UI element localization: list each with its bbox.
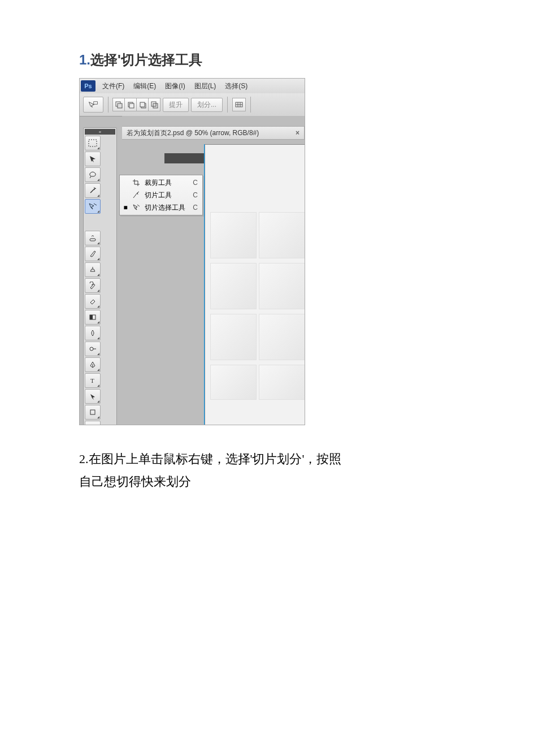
svg-rect-6 xyxy=(140,102,145,107)
separator xyxy=(108,97,108,113)
flyout-shortcut: C xyxy=(190,204,198,211)
svg-line-14 xyxy=(90,188,95,193)
step1-number: 1. xyxy=(79,52,90,67)
blur-tool-icon[interactable] xyxy=(85,326,101,340)
step2-line2: 自己想切得快来划分 xyxy=(79,474,191,489)
slice-tool-flyout: 裁剪工具 C 切片工具 C ■ 切片选择工具 C xyxy=(119,175,203,215)
flyout-marker: ■ xyxy=(123,204,128,211)
step1-heading: 1.选择'切片选择工具 xyxy=(79,51,461,69)
send-back-icon[interactable] xyxy=(148,98,160,111)
magic-wand-tool-icon[interactable] xyxy=(85,183,101,198)
canvas-thumbnail xyxy=(259,263,305,309)
workspace: 若为策划首页2.psd @ 50% (arrow, RGB/8#) × xyxy=(122,116,305,425)
lasso-tool-icon[interactable] xyxy=(85,167,101,182)
type-tool-icon[interactable]: T xyxy=(85,373,101,388)
ps-logo: Ps xyxy=(81,80,95,92)
canvas-thumbnail xyxy=(210,314,257,360)
promote-button[interactable]: 提升 xyxy=(163,98,189,112)
menubar: Ps 文件(F) 编辑(E) 图像(I) 图层(L) 选择(S) xyxy=(80,79,305,94)
svg-text:T: T xyxy=(90,377,94,384)
slice-select-icon xyxy=(132,204,140,211)
svg-rect-7 xyxy=(153,103,158,108)
slice-select-tool-icon[interactable] xyxy=(85,199,101,214)
gradient-tool-icon[interactable] xyxy=(85,310,101,325)
step2-heading: 2.在图片上单击鼠标右键，选择'切片划分'，按照 自己想切得快来划分 xyxy=(79,448,461,493)
canvas-thumbnail xyxy=(259,212,305,258)
slice-icon xyxy=(132,191,140,199)
flyout-item-slice[interactable]: 切片工具 C xyxy=(120,189,202,201)
menu-file[interactable]: 文件(F) xyxy=(98,79,129,93)
svg-rect-2 xyxy=(118,103,122,108)
step1-text: 选择'切片选择工具 xyxy=(90,52,202,67)
document-canvas[interactable] xyxy=(204,144,305,425)
layer-order-buttons xyxy=(113,98,160,111)
flyout-label: 切片选择工具 xyxy=(145,203,185,213)
photoshop-screenshot: Ps 文件(F) 编辑(E) 图像(I) 图层(L) 选择(S) xyxy=(79,78,305,425)
canvas-thumbnail xyxy=(210,263,257,309)
flyout-item-slice-select[interactable]: ■ 切片选择工具 C xyxy=(120,201,202,214)
toolbox-collapse[interactable]: « xyxy=(85,129,115,135)
svg-rect-23 xyxy=(90,410,95,414)
menu-select[interactable]: 选择(S) xyxy=(220,79,252,93)
svg-rect-17 xyxy=(90,239,95,241)
history-brush-tool-icon[interactable] xyxy=(85,278,101,293)
canvas-thumbnail xyxy=(259,365,305,400)
bring-forward-icon[interactable] xyxy=(124,98,137,111)
canvas-thumbnail xyxy=(259,314,305,360)
bring-front-icon[interactable] xyxy=(112,98,125,111)
flyout-shortcut: C xyxy=(190,191,198,199)
svg-line-16 xyxy=(94,204,97,205)
flyout-item-crop[interactable]: 裁剪工具 C xyxy=(120,176,202,189)
document-tab-title: 若为策划首页2.psd @ 50% (arrow, RGB/8#) xyxy=(127,128,259,138)
menu-image[interactable]: 图像(I) xyxy=(160,79,189,93)
document-page: 1.选择'切片选择工具 Ps 文件(F) 编辑(E) 图像(I) 图层(L) 选… xyxy=(0,0,534,493)
menu-edit[interactable]: 编辑(E) xyxy=(129,79,160,93)
separator xyxy=(250,97,251,113)
slice-select-icon xyxy=(88,101,98,109)
pen-tool-icon[interactable] xyxy=(85,357,101,372)
send-backward-icon[interactable] xyxy=(136,98,149,111)
canvas-thumbnail xyxy=(210,212,257,258)
shape-tool-icon[interactable] xyxy=(85,405,101,420)
svg-line-29 xyxy=(137,205,140,206)
marquee-tool-icon[interactable] xyxy=(85,136,101,150)
path-selection-tool-icon[interactable] xyxy=(85,389,101,404)
step2-line1: 2.在图片上单击鼠标右键，选择'切片划分'，按照 xyxy=(79,452,341,466)
canvas-thumbnail xyxy=(210,365,257,400)
hide-auto-slices-icon[interactable] xyxy=(232,98,246,111)
current-tool-icon[interactable] xyxy=(83,97,103,113)
clone-stamp-tool-icon[interactable] xyxy=(85,262,101,277)
document-tab[interactable]: 若为策划首页2.psd @ 50% (arrow, RGB/8#) × xyxy=(122,126,305,140)
svg-rect-0 xyxy=(94,102,98,105)
document-tab-close[interactable]: × xyxy=(296,129,299,137)
crop-icon xyxy=(132,179,140,187)
flyout-label: 裁剪工具 xyxy=(145,178,185,188)
healing-brush-tool-icon[interactable] xyxy=(85,231,101,245)
svg-rect-13 xyxy=(89,140,97,146)
move-tool-icon[interactable] xyxy=(85,152,101,166)
3d-rotate-tool-icon[interactable] xyxy=(85,421,101,425)
divide-button[interactable]: 划分... xyxy=(191,98,223,112)
svg-point-20 xyxy=(90,347,93,351)
eraser-tool-icon[interactable] xyxy=(85,294,101,309)
options-bar: 提升 划分... xyxy=(80,93,305,116)
svg-rect-19 xyxy=(90,315,93,319)
dodge-tool-icon[interactable] xyxy=(85,342,101,356)
brush-tool-icon[interactable] xyxy=(85,247,101,261)
menu-layer[interactable]: 图层(L) xyxy=(190,79,221,93)
svg-rect-4 xyxy=(129,103,134,108)
toolbox: « xyxy=(83,127,117,425)
separator xyxy=(227,97,228,113)
flyout-shortcut: C xyxy=(190,179,198,187)
svg-point-15 xyxy=(94,188,95,189)
flyout-label: 切片工具 xyxy=(145,191,185,200)
